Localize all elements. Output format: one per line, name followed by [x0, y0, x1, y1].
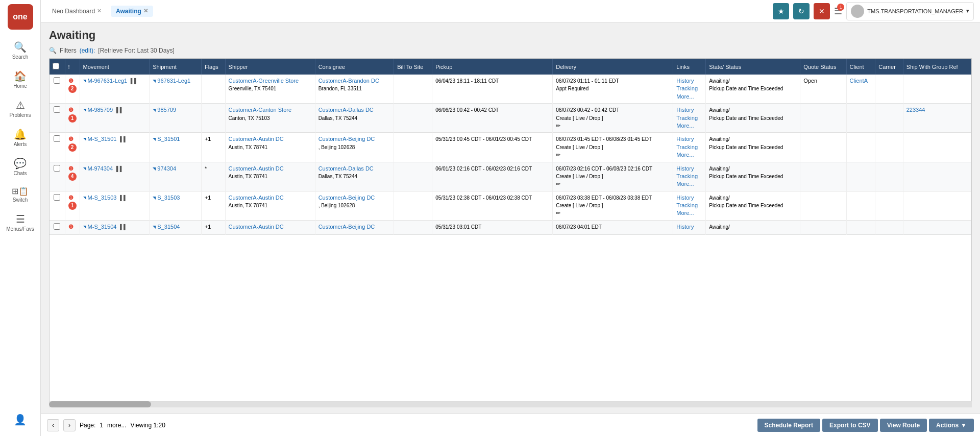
delivery-icon: ✏: [556, 210, 560, 216]
col-shipper[interactable]: Shipper: [225, 59, 315, 75]
col-flag[interactable]: !: [65, 59, 80, 75]
more-link[interactable]: More...: [676, 123, 694, 129]
shipper-link[interactable]: CustomerA-Austin DC: [229, 224, 284, 230]
schedule-report-button[interactable]: Schedule Report: [757, 419, 820, 432]
view-route-button[interactable]: View Route: [880, 419, 927, 432]
movement-icons: ▐▐: [118, 136, 126, 142]
scrollbar-thumb[interactable]: [49, 401, 151, 407]
tracking-link[interactable]: Tracking: [676, 173, 698, 179]
col-carrier[interactable]: Carrier: [875, 59, 903, 75]
refresh-button[interactable]: ↻: [793, 3, 810, 19]
row-movement-cell: M-974304 ▐▐: [80, 162, 150, 191]
delivery-time: 06/07/23 01:45 EDT - 06/08/23 01:45 EDT: [556, 136, 652, 142]
group-ref-link[interactable]: 223344: [906, 107, 925, 113]
col-flags[interactable]: Flags: [201, 59, 225, 75]
close-awaiting-tab[interactable]: ✕: [143, 8, 148, 14]
history-link[interactable]: History: [676, 224, 694, 230]
sidebar-item-search[interactable]: 🔍 Search: [0, 36, 40, 65]
col-consignee[interactable]: Consignee: [315, 59, 394, 75]
sidebar-item-problems[interactable]: ⚠ Problems: [0, 94, 40, 123]
more-link[interactable]: More...: [676, 210, 694, 216]
col-ship-with-group-ref[interactable]: Ship With Group Ref: [903, 59, 971, 75]
movement-link[interactable]: M-S_31501: [88, 136, 117, 142]
shipment-link[interactable]: 974304: [157, 165, 176, 172]
sidebar-item-menus[interactable]: ☰ Menus/Favs: [0, 208, 40, 237]
row-quote-status-cell: [800, 191, 846, 220]
col-quote-status[interactable]: Quote Status: [800, 59, 846, 75]
shipper-link[interactable]: CustomerA-Canton Store: [229, 107, 292, 113]
movement-link[interactable]: M-974304: [88, 165, 113, 172]
shipment-link[interactable]: S_31503: [157, 195, 180, 201]
sidebar-item-profile[interactable]: 👤: [14, 408, 27, 432]
movement-link[interactable]: M-S_31503: [88, 195, 117, 201]
actions-button[interactable]: Actions ▼: [929, 419, 974, 432]
col-pickup[interactable]: Pickup: [432, 59, 553, 75]
prev-page-button[interactable]: ‹: [47, 419, 59, 431]
shipper-link[interactable]: CustomerA-Austin DC: [229, 195, 284, 201]
row-checkbox[interactable]: [54, 223, 60, 230]
row-checkbox[interactable]: [54, 135, 60, 142]
export-csv-button[interactable]: Export to CSV: [822, 419, 878, 432]
filters-edit-link[interactable]: (edit):: [80, 47, 95, 54]
col-state-status[interactable]: State/ Status: [706, 59, 800, 75]
shipment-link[interactable]: 985709: [157, 107, 176, 113]
tracking-link[interactable]: Tracking: [676, 115, 698, 121]
shipper-link[interactable]: CustomerA-Austin DC: [229, 136, 284, 142]
client-link[interactable]: ClientA: [850, 78, 868, 84]
tab-neo-dashboard[interactable]: Neo Dashboard ✕: [47, 6, 107, 17]
row-pickup-cell: 06/06/23 00:42 - 00:42 CDT: [432, 104, 553, 133]
tracking-link[interactable]: Tracking: [676, 144, 698, 150]
notification-bell[interactable]: ☰ 1: [834, 6, 842, 17]
close-neo-dashboard-tab[interactable]: ✕: [97, 8, 102, 14]
tracking-link[interactable]: Tracking: [676, 85, 698, 91]
row-checkbox[interactable]: [54, 106, 60, 113]
consignee-link[interactable]: CustomerA-Beijing DC: [318, 224, 375, 230]
more-link[interactable]: More...: [676, 93, 694, 100]
user-dropdown[interactable]: TMS.TRANSPORTATION_MANAGER ▾: [846, 2, 974, 20]
shipper-link[interactable]: CustomerA-Greenville Store: [229, 78, 299, 84]
movement-link[interactable]: M-967631-Leg1: [88, 78, 128, 84]
consignee-link[interactable]: CustomerA-Dallas DC: [318, 107, 374, 113]
more-link[interactable]: More...: [676, 152, 694, 158]
more-link[interactable]: More...: [676, 181, 694, 187]
history-link[interactable]: History: [676, 195, 694, 201]
tab-awaiting[interactable]: Awaiting ✕: [111, 6, 153, 17]
consignee-link[interactable]: CustomerA-Brandon DC: [318, 78, 379, 84]
shipment-link[interactable]: S_31504: [157, 224, 180, 230]
star-button[interactable]: ★: [773, 3, 789, 19]
movement-link[interactable]: M-S_31504: [88, 224, 117, 230]
col-bill-to-site[interactable]: Bill To Site: [394, 59, 432, 75]
shipper-link[interactable]: CustomerA-Austin DC: [229, 165, 284, 172]
history-link[interactable]: History: [676, 78, 694, 84]
next-page-button[interactable]: ›: [63, 419, 76, 431]
close-button[interactable]: ✕: [814, 3, 830, 19]
row-shipper-cell: CustomerA-Austin DC Austin, TX 78741: [225, 133, 315, 162]
movement-link[interactable]: M-985709: [88, 107, 113, 113]
col-delivery[interactable]: Delivery: [553, 59, 673, 75]
shipment-link[interactable]: 967631-Leg1: [157, 78, 190, 84]
history-link[interactable]: History: [676, 107, 694, 113]
tracking-link[interactable]: Tracking: [676, 202, 698, 208]
state-text: Awaiting/: [709, 136, 729, 142]
sidebar-item-alerts[interactable]: 🔔 Alerts: [0, 123, 40, 152]
horizontal-scrollbar[interactable]: [49, 401, 972, 407]
shipper-city: Canton, TX 75103: [229, 115, 270, 121]
consignee-link[interactable]: CustomerA-Dallas DC: [318, 165, 374, 172]
select-all-checkbox[interactable]: [53, 63, 59, 69]
history-link[interactable]: History: [676, 165, 694, 172]
shipment-link[interactable]: S_31501: [157, 136, 180, 142]
col-movement[interactable]: Movement: [80, 59, 150, 75]
history-link[interactable]: History: [676, 136, 694, 142]
consignee-link[interactable]: CustomerA-Beijing DC: [318, 136, 375, 142]
sidebar-item-switch[interactable]: ⊞📋 Switch: [0, 181, 40, 208]
sidebar-item-home[interactable]: 🏠 Home: [0, 65, 40, 94]
row-checkbox[interactable]: [54, 165, 60, 172]
row-checkbox[interactable]: [54, 77, 60, 84]
movement-flag: [83, 109, 86, 112]
sidebar-item-chats[interactable]: 💬 Chats: [0, 152, 40, 181]
col-links[interactable]: Links: [673, 59, 706, 75]
col-shipment[interactable]: Shipment: [150, 59, 202, 75]
col-client[interactable]: Client: [846, 59, 875, 75]
row-checkbox[interactable]: [54, 194, 60, 201]
consignee-link[interactable]: CustomerA-Beijing DC: [318, 195, 375, 201]
